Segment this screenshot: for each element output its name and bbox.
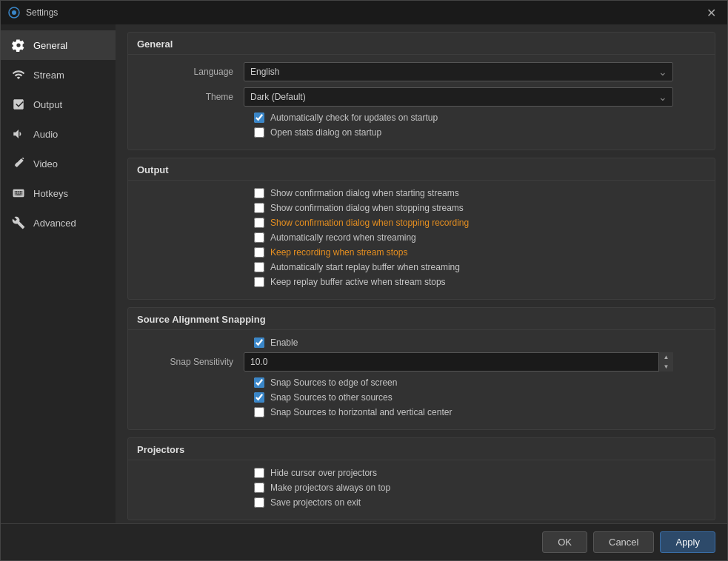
sidebar-label-audio: Audio [33, 129, 58, 140]
language-select-wrapper: English [244, 62, 673, 81]
output-label-0: Show confirmation dialog when starting s… [270, 188, 459, 198]
snap-checkbox-1[interactable] [254, 392, 264, 403]
output-checkbox-5[interactable] [254, 262, 264, 272]
svg-point-1 [12, 10, 16, 15]
output-cb-0: Show confirmation dialog when starting s… [140, 188, 703, 198]
sidebar-label-advanced: Advanced [33, 218, 76, 229]
theme-select-wrapper: Dark (Default) [244, 87, 673, 107]
app-icon [8, 7, 20, 19]
section-output: Output Show confirmation dialog when sta… [127, 158, 715, 300]
section-output-body: Show confirmation dialog when starting s… [128, 181, 715, 299]
output-cb-2: Show confirmation dialog when stopping r… [140, 218, 703, 228]
proj-label-1: Make projectors always on top [270, 483, 390, 493]
ok-button[interactable]: OK [542, 531, 587, 553]
window-title: Settings [26, 7, 58, 18]
snap-sensitivity-input[interactable] [244, 352, 673, 372]
snap-enable-row: Enable [140, 337, 703, 348]
proj-label-2: Save projectors on exit [270, 497, 361, 508]
output-label-1: Show confirmation dialog when stopping s… [270, 203, 464, 213]
section-projectors-title: Projectors [128, 438, 715, 460]
output-checkbox-0[interactable] [254, 188, 264, 198]
audio-icon [11, 127, 26, 141]
title-bar-left: Settings [8, 7, 58, 19]
stats-dialog-label: Open stats dialog on startup [270, 127, 381, 138]
sidebar-item-output[interactable]: Output [1, 90, 116, 119]
close-button[interactable]: ✕ [702, 4, 720, 21]
proj-label-0: Hide cursor over projectors [270, 468, 377, 478]
video-icon [11, 156, 26, 171]
section-output-title: Output [128, 158, 715, 181]
output-cb-1: Show confirmation dialog when stopping s… [140, 203, 703, 213]
section-snapping-title: Source Alignment Snapping [128, 308, 715, 330]
settings-window: Settings ✕ General [0, 0, 728, 561]
output-icon [11, 97, 26, 112]
main-panel: General Language English Theme [116, 24, 727, 523]
output-checkbox-6[interactable] [254, 277, 264, 287]
snap-enable-checkbox[interactable] [254, 337, 264, 348]
sidebar-item-hotkeys[interactable]: Hotkeys [1, 178, 116, 208]
theme-select[interactable]: Dark (Default) [244, 87, 673, 107]
section-general: General Language English Theme [127, 32, 715, 150]
section-projectors-body: Hide cursor over projectors Make project… [128, 460, 715, 520]
sidebar-item-advanced[interactable]: Advanced [1, 208, 116, 238]
output-label-6: Keep replay buffer active when stream st… [270, 277, 446, 287]
snap-checkbox-2[interactable] [254, 407, 264, 417]
snap-label-0: Snap Sources to edge of screen [270, 377, 397, 388]
snap-sensitivity-wrapper: ▲ ▼ [244, 352, 673, 372]
snap-cb-1: Snap Sources to other sources [140, 392, 703, 403]
section-snapping-body: Enable Snap Sensitivity ▲ ▼ [128, 330, 715, 429]
gear-icon [11, 38, 26, 53]
snap-checkbox-0[interactable] [254, 377, 264, 388]
auto-update-row: Automatically check for updates on start… [140, 112, 703, 123]
theme-label: Theme [140, 92, 244, 102]
snap-sensitivity-up[interactable]: ▲ [658, 352, 673, 362]
advanced-icon [11, 215, 26, 230]
snap-label-2: Snap Sources to horizontal and vertical … [270, 407, 452, 417]
stats-dialog-checkbox[interactable] [254, 127, 264, 138]
sidebar-label-output: Output [33, 99, 62, 110]
section-projectors: Projectors Hide cursor over projectors M… [127, 437, 715, 520]
snap-sensitivity-down[interactable]: ▼ [658, 362, 673, 372]
cancel-button[interactable]: Cancel [593, 531, 654, 553]
output-cb-4: Keep recording when stream stops [140, 247, 703, 258]
snap-enable-label: Enable [270, 337, 298, 348]
language-select[interactable]: English [244, 62, 673, 81]
sidebar-item-general[interactable]: General [1, 30, 116, 60]
output-checkbox-2[interactable] [254, 218, 264, 228]
proj-cb-2: Save projectors on exit [140, 497, 703, 508]
sidebar-item-audio[interactable]: Audio [1, 119, 116, 149]
output-checkbox-1[interactable] [254, 203, 264, 213]
snap-sensitivity-row: Snap Sensitivity ▲ ▼ [140, 352, 703, 372]
footer: OK Cancel Apply [1, 523, 727, 560]
stream-icon [11, 67, 26, 82]
snap-cb-0: Snap Sources to edge of screen [140, 377, 703, 388]
snap-sensitivity-label: Snap Sensitivity [140, 357, 244, 367]
apply-button[interactable]: Apply [660, 531, 715, 553]
proj-checkbox-1[interactable] [254, 483, 264, 493]
sidebar-item-stream[interactable]: Stream [1, 60, 116, 90]
sidebar: General Stream Output [1, 24, 116, 523]
sidebar-item-video[interactable]: Video [1, 149, 116, 178]
output-label-4: Keep recording when stream stops [270, 247, 407, 258]
output-label-3: Automatically record when streaming [270, 232, 416, 243]
output-checkbox-3[interactable] [254, 232, 264, 243]
output-cb-5: Automatically start replay buffer when s… [140, 262, 703, 272]
sidebar-label-hotkeys: Hotkeys [33, 188, 68, 199]
output-label-2: Show confirmation dialog when stopping r… [270, 218, 469, 228]
auto-update-label: Automatically check for updates on start… [270, 112, 438, 123]
auto-update-checkbox[interactable] [254, 112, 264, 123]
output-cb-6: Keep replay buffer active when stream st… [140, 277, 703, 287]
section-snapping: Source Alignment Snapping Enable Snap Se… [127, 307, 715, 430]
output-checkbox-4[interactable] [254, 247, 264, 258]
proj-cb-0: Hide cursor over projectors [140, 468, 703, 478]
proj-checkbox-0[interactable] [254, 468, 264, 478]
theme-row: Theme Dark (Default) [140, 87, 703, 107]
title-bar: Settings ✕ [1, 1, 727, 24]
sidebar-label-video: Video [33, 158, 58, 169]
snap-label-1: Snap Sources to other sources [270, 392, 393, 403]
snap-cb-2: Snap Sources to horizontal and vertical … [140, 407, 703, 417]
language-row: Language English [140, 62, 703, 81]
snap-sensitivity-spinners: ▲ ▼ [658, 352, 673, 372]
proj-checkbox-2[interactable] [254, 497, 264, 508]
language-label: Language [140, 67, 244, 77]
